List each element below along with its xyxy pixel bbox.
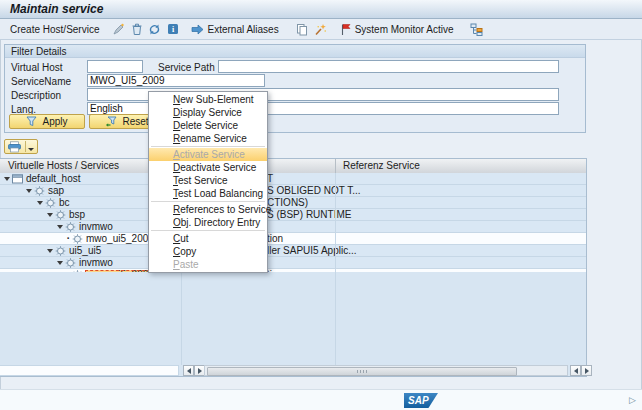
collapse-arrow-icon[interactable]: [57, 225, 63, 229]
print-button-divider: [25, 141, 26, 152]
virtual-host-field[interactable]: [87, 60, 143, 73]
forward-arrow-icon: [190, 22, 205, 37]
tree-node-label[interactable]: mwo_ui5_2009: [85, 234, 155, 244]
scroll-right-button[interactable]: [581, 365, 592, 376]
print-button[interactable]: [4, 139, 38, 154]
icf-service-icon: [65, 258, 76, 268]
icf-service-icon: [55, 246, 66, 256]
menu-item-deactivate-service[interactable]: Deactivate Service: [149, 161, 267, 174]
description-cell-text: ller SAPUI5 Applic...: [267, 245, 356, 256]
icf-service-icon: [34, 186, 45, 196]
tree-node-bc[interactable]: bcCTIONS): [0, 197, 586, 209]
tree-node-label[interactable]: ui5_ui5: [68, 246, 102, 256]
title-bar: Maintain service: [0, 0, 642, 19]
tree-node-sap[interactable]: sapS OBLIGED NOT T...: [0, 185, 586, 197]
menu-item-obj-directory-entry[interactable]: Obj. Directory Entry: [149, 216, 267, 229]
service-path-field[interactable]: [218, 60, 559, 73]
trash-icon[interactable]: [129, 22, 144, 37]
collapse-arrow-icon[interactable]: [47, 249, 53, 253]
menu-separator: [151, 230, 265, 231]
tree-node-mwo_ui5_2009[interactable]: ·mwo_ui5_2009tion: [0, 233, 586, 245]
description-cell-text: CTIONS): [267, 197, 308, 208]
scrollbar-grip: [357, 370, 367, 373]
tree-node-default_host[interactable]: default_hostT: [0, 173, 586, 185]
collapse-arrow-icon[interactable]: [37, 201, 43, 205]
copy-page-icon[interactable]: [295, 22, 310, 37]
menu-item-paste[interactable]: Paste: [149, 258, 267, 271]
create-host-service-button[interactable]: Create Host/Service: [8, 23, 101, 36]
menu-separator: [151, 201, 265, 202]
column-divider: [335, 233, 336, 244]
column-divider: [335, 197, 336, 208]
description-cell-text: S OBLIGED NOT T...: [267, 185, 361, 196]
apply-label: Apply: [42, 116, 67, 127]
service-name-field[interactable]: [87, 74, 265, 87]
menu-item-new-sub-element[interactable]: New Sub-Element: [149, 93, 267, 106]
collapse-arrow-icon[interactable]: [47, 213, 53, 217]
statusbar-expand-icon[interactable]: ▷: [629, 395, 636, 405]
status-bar: SAP ▷: [0, 389, 642, 410]
red-flag-icon: [338, 22, 353, 37]
tree-node-label[interactable]: bc: [58, 198, 71, 208]
collapse-arrow-icon[interactable]: [26, 189, 32, 193]
indent-spacer: [0, 262, 57, 263]
description-cell-text: tion: [267, 233, 283, 244]
collapse-arrow-icon[interactable]: [4, 177, 10, 181]
print-dropdown-caret[interactable]: [28, 148, 34, 151]
external-aliases-button[interactable]: External Aliases: [190, 22, 278, 37]
tree-node-label[interactable]: bsp: [68, 210, 86, 220]
tree-node-bsp[interactable]: bspS (BSP) RUNTIME: [0, 209, 586, 221]
column-divider[interactable]: [335, 159, 336, 173]
tree-node-label[interactable]: invmwo: [78, 222, 114, 232]
hierarchy-icon[interactable]: [470, 22, 485, 37]
info-icon[interactable]: i: [165, 22, 180, 37]
menu-item-test-load-balancing[interactable]: Test Load Balancing: [149, 187, 267, 200]
tree-node-label[interactable]: default_host: [25, 174, 82, 184]
tree-node-invmwo[interactable]: invmwo: [0, 221, 586, 233]
refresh-icon[interactable]: [147, 22, 162, 37]
reset-label: Reset: [122, 116, 148, 127]
menu-item-test-service[interactable]: Test Service: [149, 174, 267, 187]
filter-funnel-icon: [26, 116, 37, 127]
apply-button[interactable]: Apply: [9, 114, 85, 129]
edit-pencil-icon[interactable]: [111, 22, 126, 37]
service-name-label: ServiceName: [11, 76, 71, 87]
collapse-arrow-icon[interactable]: [57, 261, 63, 265]
table-header-row: Virtuelle Hosts / Services Referenz Serv…: [0, 159, 586, 174]
column-divider: [335, 245, 336, 256]
sap-gui-window: Maintain service Create Host/Service i E…: [0, 0, 642, 410]
column-divider: [335, 272, 336, 365]
indent-spacer: [0, 202, 37, 203]
menu-item-display-service[interactable]: Display Service: [149, 106, 267, 119]
tree-node-invmwo[interactable]: invmwo: [0, 257, 586, 269]
magic-wand-icon[interactable]: [313, 22, 328, 37]
column-divider: [335, 257, 336, 268]
menu-item-cut[interactable]: Cut: [149, 232, 267, 245]
menu-item-delete-service[interactable]: Delete Service: [149, 119, 267, 132]
scrollbar-track[interactable]: [204, 365, 568, 376]
app-toolbar: Create Host/Service i External Aliases: [0, 19, 642, 40]
indent-spacer: [0, 238, 66, 239]
column-divider: [335, 209, 336, 220]
scrollbar-thumb[interactable]: [207, 367, 517, 376]
menu-item-copy[interactable]: Copy: [149, 245, 267, 258]
tree-node-ui5_ui5[interactable]: ui5_ui5ller SAPUI5 Applic...: [0, 245, 586, 257]
service-path-label: Service Path: [158, 62, 215, 73]
tree-rows: default_hostTsapS OBLIGED NOT T...bcCTIO…: [0, 173, 586, 281]
menu-separator: [151, 146, 265, 147]
tree-node-label[interactable]: invmwo: [78, 258, 114, 268]
column-divider: [335, 185, 336, 196]
menu-item-activate-service[interactable]: Activate Service: [149, 148, 267, 161]
system-monitor-button[interactable]: System Monitor Active: [338, 22, 454, 37]
description-label: Description: [11, 90, 61, 101]
host-icon: [12, 174, 23, 184]
menu-item-references-to-service[interactable]: References to Service: [149, 203, 267, 216]
scroll-left-button[interactable]: [570, 365, 581, 376]
virtual-host-label: Virtual Host: [11, 62, 63, 73]
icf-service-icon: [72, 234, 83, 244]
horizontal-scrollbar: [0, 365, 586, 377]
menu-item-rename-service[interactable]: Rename Service: [149, 132, 267, 145]
tree-node-label[interactable]: sap: [47, 186, 65, 196]
context-menu: New Sub-ElementDisplay ServiceDelete Ser…: [148, 91, 268, 273]
scroll-left-button[interactable]: [183, 365, 194, 376]
